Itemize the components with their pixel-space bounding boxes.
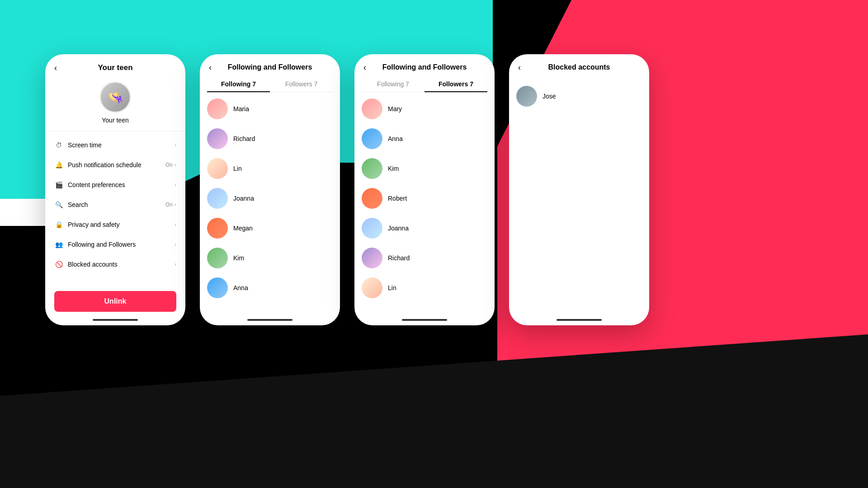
user-avatar [207, 99, 228, 119]
user-item[interactable]: Anna [200, 273, 340, 303]
following-followers-label: Following and Followers [68, 241, 175, 248]
phone1-header: ‹ Your teen [45, 54, 185, 77]
user-item[interactable]: Joanna [354, 213, 495, 243]
privacy-safety-chevron: › [175, 221, 176, 228]
menu-list: ⏱ Screen time › 🔔 Push notification sche… [45, 131, 185, 286]
user-item[interactable]: Robert [354, 183, 495, 213]
user-name: Richard [233, 135, 255, 142]
menu-item-blocked-accounts[interactable]: 🚫 Blocked accounts › [45, 254, 185, 274]
privacy-safety-label: Privacy and safety [68, 221, 175, 228]
user-name: Robert [388, 195, 407, 202]
phone2-user-list: Maria Richard Lin Joanna Megan Kim Anna [200, 92, 340, 325]
back-arrow-phone3[interactable]: ‹ [363, 63, 366, 72]
phone3-title: Following and Followers [382, 63, 467, 71]
blocked-user-name: Jose [542, 93, 556, 100]
user-item[interactable]: Anna [354, 124, 495, 154]
phone4-bottom-bar [557, 319, 602, 321]
user-avatar [362, 218, 382, 239]
avatar-name: Your teen [102, 117, 128, 124]
phone2-header: ‹ Following and Followers [200, 54, 340, 71]
phone-blocked: ‹ Blocked accounts Jose [509, 54, 649, 325]
phone-followers: ‹ Following and Followers Following 7 Fo… [354, 54, 495, 325]
user-avatar [207, 277, 228, 298]
search-label: Search [68, 201, 165, 208]
phone4-blocked-list: Jose [509, 76, 649, 325]
phone4-title: Blocked accounts [548, 63, 610, 71]
user-item[interactable]: Joanna [200, 183, 340, 213]
user-item[interactable]: Kim [200, 243, 340, 273]
phone2-tabs: Following 7 Followers 7 [207, 77, 333, 92]
push-notification-icon: 🔔 [54, 160, 63, 169]
content-preferences-icon: 🎬 [54, 180, 63, 189]
back-arrow-phone1[interactable]: ‹ [54, 63, 57, 73]
phone3-tabs: Following 7 Followers 7 [362, 77, 487, 92]
user-name: Mary [388, 105, 402, 113]
phone3-user-list: Mary Anna Kim Robert Joanna Richard Lin [354, 92, 495, 325]
screen-time-icon: ⏱ [54, 141, 63, 150]
user-avatar [362, 248, 382, 268]
phone-your-teen: ‹ Your teen 👒 Your teen ⏱ Screen time › … [45, 54, 185, 325]
user-name: Maria [233, 105, 249, 113]
menu-item-content-preferences[interactable]: 🎬 Content preferences › [45, 175, 185, 195]
user-avatar [362, 158, 382, 179]
user-item[interactable]: Mary [354, 94, 495, 124]
user-item[interactable]: Richard [354, 243, 495, 273]
user-item[interactable]: Maria [200, 94, 340, 124]
blocked-user-item[interactable]: Jose [509, 81, 649, 111]
user-item[interactable]: Lin [354, 273, 495, 303]
user-name: Lin [388, 284, 396, 291]
content-preferences-label: Content preferences [68, 181, 175, 188]
user-item[interactable]: Kim [354, 154, 495, 183]
user-avatar [207, 128, 228, 149]
menu-item-following-followers[interactable]: 👥 Following and Followers › [45, 235, 185, 254]
tab-followers-p3[interactable]: Followers 7 [425, 77, 487, 92]
user-name: Joanna [388, 225, 409, 232]
user-name: Kim [233, 254, 244, 262]
push-notification-chevron: › [175, 162, 176, 168]
menu-item-push-notification[interactable]: 🔔 Push notification schedule On › [45, 155, 185, 175]
user-name: Megan [233, 225, 253, 232]
privacy-safety-icon: 🔒 [54, 220, 63, 229]
user-name: Kim [388, 165, 399, 172]
content-preferences-chevron: › [175, 182, 176, 188]
unlink-button[interactable]: Unlink [54, 291, 176, 312]
phone-following: ‹ Following and Followers Following 7 Fo… [200, 54, 340, 325]
blocked-accounts-label: Blocked accounts [68, 261, 175, 268]
user-name: Lin [233, 165, 242, 172]
user-avatar [362, 277, 382, 298]
phone3-header: ‹ Following and Followers [354, 54, 495, 71]
push-notification-right: On [165, 162, 173, 168]
back-arrow-phone4[interactable]: ‹ [518, 63, 521, 72]
phone2-title: Following and Followers [228, 63, 312, 71]
blocked-user-avatar [516, 86, 537, 107]
user-item[interactable]: Richard [200, 124, 340, 154]
user-avatar [207, 218, 228, 239]
menu-item-screen-time[interactable]: ⏱ Screen time › [45, 135, 185, 155]
phones-container: ‹ Your teen 👒 Your teen ⏱ Screen time › … [45, 54, 649, 325]
user-name: Anna [388, 135, 403, 142]
menu-item-search[interactable]: 🔍 Search On › [45, 195, 185, 215]
search-right: On [165, 202, 173, 208]
phone1-title: Your teen [98, 63, 132, 72]
user-avatar [362, 128, 382, 149]
menu-item-privacy-safety[interactable]: 🔒 Privacy and safety › [45, 215, 185, 235]
search-chevron: › [175, 202, 176, 208]
blocked-accounts-chevron: › [175, 261, 176, 267]
tab-following-p2[interactable]: Following 7 [207, 77, 270, 92]
following-followers-chevron: › [175, 241, 176, 248]
tab-following-p3[interactable]: Following 7 [362, 77, 425, 92]
tab-followers-p2[interactable]: Followers 7 [270, 77, 333, 92]
user-item[interactable]: Lin [200, 154, 340, 183]
user-name: Richard [388, 254, 410, 262]
push-notification-label: Push notification schedule [68, 161, 165, 169]
user-item[interactable]: Megan [200, 213, 340, 243]
blocked-accounts-icon: 🚫 [54, 260, 63, 269]
phone2-bottom-bar [247, 319, 292, 321]
user-name: Anna [233, 284, 248, 291]
following-followers-icon: 👥 [54, 240, 63, 249]
search-icon: 🔍 [54, 200, 63, 209]
user-avatar [207, 188, 228, 209]
screen-time-label: Screen time [68, 141, 175, 149]
screen-time-chevron: › [175, 142, 176, 148]
back-arrow-phone2[interactable]: ‹ [209, 63, 212, 72]
